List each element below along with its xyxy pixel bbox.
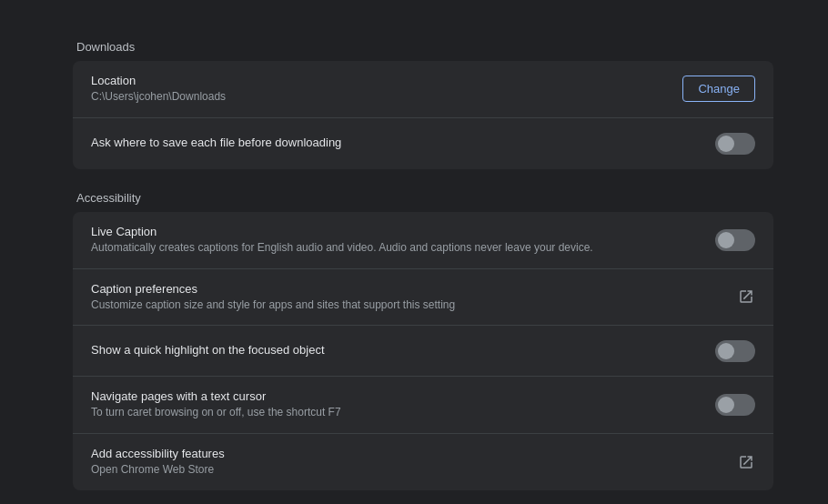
add-accessibility-info: Add accessibility features Open Chrome W… <box>91 447 737 478</box>
navigate-cursor-toggle[interactable] <box>715 394 755 416</box>
accessibility-card: Live Caption Automatically creates capti… <box>73 212 773 490</box>
live-caption-info: Live Caption Automatically creates capti… <box>91 225 715 256</box>
location-row: Location C:\Users\jcohen\Downloads Chang… <box>73 61 773 118</box>
caption-preferences-external-link-icon[interactable] <box>737 287 755 306</box>
navigate-cursor-info: Navigate pages with a text cursor To tur… <box>91 389 715 420</box>
navigate-cursor-toggle-thumb <box>718 397 734 413</box>
show-highlight-info: Show a quick highlight on the focused ob… <box>91 343 715 358</box>
location-title: Location <box>91 74 668 87</box>
ask-save-info: Ask where to save each file before downl… <box>91 136 715 151</box>
live-caption-toggle-thumb <box>718 232 734 248</box>
location-value: C:\Users\jcohen\Downloads <box>91 89 619 105</box>
show-highlight-title: Show a quick highlight on the focused ob… <box>91 343 701 357</box>
downloads-card: Location C:\Users\jcohen\Downloads Chang… <box>73 61 773 169</box>
caption-preferences-info: Caption preferences Customize caption si… <box>91 282 737 313</box>
change-button[interactable]: Change <box>682 76 755 102</box>
add-accessibility-subtitle: Open Chrome Web Store <box>91 462 619 478</box>
show-highlight-toggle-thumb <box>718 343 734 359</box>
show-highlight-toggle[interactable] <box>715 340 755 362</box>
add-accessibility-row[interactable]: Add accessibility features Open Chrome W… <box>73 434 773 490</box>
caption-preferences-row[interactable]: Caption preferences Customize caption si… <box>73 269 773 327</box>
live-caption-subtitle: Automatically creates captions for Engli… <box>91 240 619 256</box>
caption-preferences-title: Caption preferences <box>91 282 722 296</box>
accessibility-section-title: Accessibility <box>73 191 773 205</box>
show-highlight-toggle-track[interactable] <box>715 340 755 362</box>
ask-save-row: Ask where to save each file before downl… <box>73 118 773 169</box>
live-caption-toggle-track[interactable] <box>715 229 755 251</box>
live-caption-row: Live Caption Automatically creates capti… <box>73 212 773 269</box>
ask-save-toggle[interactable] <box>715 133 755 155</box>
ask-save-toggle-track[interactable] <box>715 133 755 155</box>
navigate-cursor-title: Navigate pages with a text cursor <box>91 389 701 403</box>
add-accessibility-title: Add accessibility features <box>91 447 722 460</box>
navigate-cursor-row: Navigate pages with a text cursor To tur… <box>73 377 773 434</box>
location-info: Location C:\Users\jcohen\Downloads <box>91 74 682 105</box>
navigate-cursor-toggle-track[interactable] <box>715 394 755 416</box>
downloads-section-title: Downloads <box>73 40 773 54</box>
live-caption-toggle[interactable] <box>715 229 755 251</box>
caption-preferences-subtitle: Customize caption size and style for app… <box>91 297 619 313</box>
live-caption-title: Live Caption <box>91 225 701 238</box>
ask-save-toggle-thumb <box>718 136 734 152</box>
navigate-cursor-subtitle: To turn caret browsing on or off, use th… <box>91 405 619 420</box>
ask-save-title: Ask where to save each file before downl… <box>91 136 701 149</box>
show-highlight-row: Show a quick highlight on the focused ob… <box>73 326 773 377</box>
add-accessibility-external-link-icon[interactable] <box>737 453 755 471</box>
